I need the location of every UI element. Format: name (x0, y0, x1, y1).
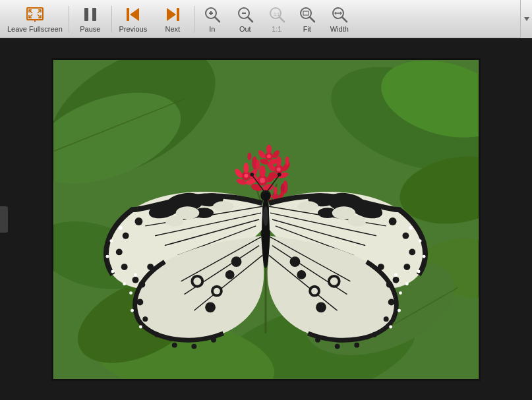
zoom-width-icon (330, 5, 349, 24)
svg-point-107 (109, 239, 113, 243)
svg-line-19 (248, 17, 252, 22)
svg-point-106 (119, 225, 123, 229)
zoom-width-button[interactable]: Width (322, 2, 357, 36)
svg-point-71 (266, 144, 272, 154)
svg-point-148 (154, 331, 160, 337)
svg-point-145 (138, 281, 145, 287)
leave-fullscreen-button[interactable]: Leave Fullscreen (3, 2, 67, 36)
zoom-fit-label: Fit (303, 25, 311, 33)
zoom-1to1-label: 1:1 (272, 25, 281, 33)
svg-point-147 (142, 316, 148, 322)
svg-point-62 (277, 167, 281, 171)
svg-point-122 (389, 217, 397, 225)
svg-point-186 (261, 192, 270, 201)
svg-point-78 (256, 159, 260, 170)
svg-point-93 (250, 172, 254, 176)
scroll-hint (0, 206, 8, 233)
svg-point-152 (134, 273, 137, 276)
zoom-width-label: Width (330, 25, 349, 33)
svg-point-132 (417, 270, 421, 273)
svg-point-140 (297, 201, 318, 212)
svg-point-155 (139, 325, 142, 328)
svg-line-22 (280, 17, 284, 22)
zoom-in-button[interactable]: In (196, 2, 229, 36)
svg-point-170 (372, 331, 377, 337)
svg-rect-10 (127, 8, 129, 21)
svg-point-150 (191, 343, 196, 349)
svg-point-175 (399, 291, 402, 295)
svg-point-123 (402, 232, 409, 239)
svg-point-161 (193, 277, 201, 285)
svg-point-162 (214, 287, 220, 294)
svg-marker-9 (130, 8, 139, 21)
svg-line-28 (342, 17, 347, 22)
svg-point-160 (225, 270, 235, 279)
svg-point-82 (247, 152, 251, 160)
zoom-in-label: In (209, 25, 215, 33)
svg-point-159 (231, 256, 242, 267)
main-content (0, 38, 532, 400)
zoom-out-button[interactable]: Out (229, 2, 262, 36)
zoom-fit-icon (298, 5, 316, 24)
svg-point-183 (330, 277, 338, 285)
svg-point-173 (315, 337, 320, 342)
pause-button[interactable]: Pause (71, 2, 110, 36)
svg-point-181 (290, 256, 301, 267)
svg-point-166 (378, 264, 384, 270)
previous-button[interactable]: Previous (113, 2, 153, 36)
svg-point-167 (386, 281, 393, 287)
svg-point-177 (389, 325, 392, 328)
next-icon (163, 5, 182, 24)
zoom-fit-button[interactable]: Fit (292, 2, 322, 36)
svg-point-102 (121, 264, 128, 270)
svg-point-187 (263, 206, 268, 226)
svg-point-168 (388, 299, 395, 305)
svg-point-131 (423, 254, 426, 258)
svg-rect-24 (303, 11, 309, 15)
svg-point-55 (260, 177, 265, 183)
more-button[interactable] (520, 0, 532, 38)
svg-point-125 (403, 264, 410, 270)
svg-point-84 (274, 186, 278, 194)
next-button[interactable]: Next (153, 2, 192, 36)
svg-point-174 (394, 273, 398, 276)
svg-point-146 (136, 299, 143, 305)
svg-point-154 (131, 308, 134, 312)
image-container (51, 58, 481, 381)
butterfly-image (53, 60, 479, 379)
separator-2 (111, 6, 112, 32)
svg-point-94 (278, 172, 281, 176)
pause-icon (81, 5, 100, 24)
svg-marker-11 (167, 8, 176, 21)
svg-point-151 (211, 337, 216, 342)
next-label: Next (165, 25, 180, 33)
svg-point-184 (311, 287, 318, 294)
toolbar: Leave Fullscreen Pause Previous (0, 0, 532, 38)
svg-point-124 (409, 248, 415, 255)
svg-point-99 (134, 217, 142, 225)
svg-point-81 (285, 156, 289, 165)
svg-rect-12 (177, 8, 179, 21)
svg-point-117 (213, 201, 234, 212)
svg-point-129 (409, 225, 413, 229)
svg-point-149 (172, 342, 177, 347)
svg-point-158 (205, 302, 216, 312)
leave-fullscreen-label: Leave Fullscreen (7, 25, 63, 33)
zoom-1to1-button[interactable]: 1:1 1:1 (262, 2, 292, 36)
zoom-out-icon (236, 5, 254, 24)
leave-fullscreen-icon (26, 5, 44, 24)
zoom-in-icon (203, 5, 222, 24)
svg-point-101 (116, 248, 123, 255)
svg-point-100 (123, 232, 129, 239)
svg-point-110 (123, 282, 126, 285)
svg-point-64 (243, 163, 249, 173)
svg-point-76 (267, 154, 271, 158)
svg-point-130 (419, 239, 422, 243)
zoom-out-label: Out (239, 25, 251, 33)
svg-point-108 (106, 254, 109, 258)
svg-line-16 (215, 17, 220, 22)
svg-point-171 (354, 342, 359, 347)
svg-point-139 (347, 216, 366, 227)
previous-icon (124, 5, 142, 24)
svg-rect-7 (84, 8, 88, 21)
